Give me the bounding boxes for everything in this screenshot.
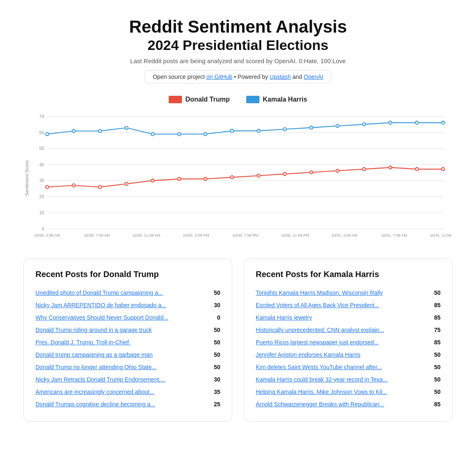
svg-text:10/31, 7:58 AM: 10/31, 7:58 AM (381, 233, 407, 237)
trump-post-row: Nicky Jam ARREPENTIDO de haber endosado … (35, 299, 220, 311)
trump-dot (336, 169, 339, 172)
harris-post-score: 85 (428, 302, 441, 308)
harris-dot (204, 133, 207, 135)
trump-post-link[interactable]: Donald Trumps cognitive decline becoming… (35, 401, 188, 408)
harris-dot (283, 128, 286, 131)
trump-dot (441, 168, 444, 171)
svg-text:10/30, 7:58 PM: 10/30, 7:58 PM (232, 233, 259, 237)
harris-dot (441, 121, 444, 124)
harris-post-row: Jennifer Aniston endorses Kamala Harris … (256, 348, 441, 361)
harris-post-row: Helping Kamala Harris, Mike Johnson Vows… (256, 386, 441, 398)
harris-post-link[interactable]: Kamala Harris jewelry (256, 314, 408, 321)
trump-post-link[interactable]: Donald Trump no longer attending Ohio St… (35, 364, 188, 370)
trump-post-link[interactable]: Unedited photo of Donald Trump campaigni… (35, 289, 188, 296)
harris-post-score: 85 (428, 314, 441, 321)
svg-text:10: 10 (39, 210, 44, 215)
chart-legend: Donald Trump Kamala Harris (24, 96, 452, 103)
trump-post-score: 50 (208, 339, 220, 346)
harris-dot (125, 126, 128, 129)
github-link[interactable]: on GitHub (206, 73, 232, 80)
trump-post-row: Donald trump campaigning as a garbage ma… (35, 348, 220, 361)
harris-post-link[interactable]: Kim deletes Saint Wests YouTube channel … (256, 364, 408, 370)
svg-text:40: 40 (39, 162, 44, 167)
trump-line (47, 168, 443, 187)
trump-post-link[interactable]: Pres. Donald J. Trump, Troll-in-Chief. (35, 339, 188, 346)
trump-post-score: 35 (208, 389, 220, 395)
harris-dot (363, 123, 365, 126)
trump-post-row: Donald Trumps cognitive decline becoming… (35, 398, 220, 410)
svg-text:10/30, 11:58 AM: 10/30, 11:58 AM (132, 233, 160, 237)
harris-dot (257, 130, 260, 133)
harris-post-score: 50 (428, 389, 441, 395)
harris-post-row: Historically unprecedented: CNN analyst … (256, 324, 441, 336)
trump-dot (178, 178, 181, 180)
badge: Open source project on GitHub • Powered … (145, 70, 331, 83)
harris-post-row: Tonights Kamala Harris Madison, Wisconsi… (256, 287, 441, 299)
harris-dot (336, 125, 339, 128)
harris-dot (98, 130, 101, 133)
badge-and: and (291, 73, 304, 80)
trump-post-link[interactable]: Donald Trump riding around in a garage t… (35, 327, 188, 333)
harris-posts-card: Recent Posts for Kamala Harris Tonights … (244, 258, 452, 422)
harris-legend: Kamala Harris (246, 96, 307, 103)
trump-posts-heading: Recent Posts for Donald Trump (35, 270, 220, 279)
trump-dot (310, 171, 313, 174)
trump-post-link[interactable]: Americans are increasingly concerned abo… (35, 389, 188, 395)
harris-post-row: Excited Voters of All Ages Back Vice Pre… (256, 299, 441, 311)
harris-dot (310, 126, 313, 129)
harris-post-row: Puerto Ricos largest newspaper just endo… (256, 336, 441, 348)
trump-post-score: 50 (208, 327, 220, 333)
chart-section: Donald Trump Kamala Harris Sentiment Sco… (24, 96, 452, 242)
svg-text:10/30, 3:58 PM: 10/30, 3:58 PM (183, 233, 209, 237)
trump-post-link[interactable]: Donald trump campaigning as a garbage ma… (35, 351, 188, 358)
svg-text:60: 60 (39, 130, 44, 135)
trump-dot (151, 179, 154, 182)
harris-post-link[interactable]: Jennifer Aniston endorses Kamala Harris (256, 351, 408, 358)
trump-post-row: Pres. Donald J. Trump, Troll-in-Chief. 5… (35, 336, 220, 348)
description: Last Reddit posts are being analyzed and… (24, 57, 452, 64)
trump-post-score: 50 (208, 364, 220, 370)
trump-dot (257, 174, 260, 177)
trump-legend-box (169, 96, 182, 103)
svg-text:20: 20 (39, 194, 44, 199)
svg-text:10/30, 11:58 PM: 10/30, 11:58 PM (281, 233, 309, 237)
badge-middle: • Powered by (232, 73, 270, 80)
trump-dot (231, 176, 233, 179)
harris-post-link[interactable]: Helping Kamala Harris, Mike Johnson Vows… (256, 389, 408, 395)
harris-post-row: Kim deletes Saint Wests YouTube channel … (256, 361, 441, 373)
harris-post-link[interactable]: Historically unprecedented: CNN analyst … (256, 327, 408, 333)
harris-dot (231, 130, 233, 133)
harris-post-link[interactable]: Tonights Kamala Harris Madison, Wisconsi… (256, 289, 408, 296)
harris-post-row: Kamala Harris could break 32-year record… (256, 373, 441, 386)
trump-post-score: 30 (208, 302, 220, 308)
trump-post-row: Donald Trump riding around in a garage t… (35, 324, 220, 336)
harris-dot (72, 130, 75, 133)
trump-post-link[interactable]: Nicky Jam ARREPENTIDO de haber endosado … (35, 302, 188, 308)
harris-post-link[interactable]: Excited Voters of All Ages Back Vice Pre… (256, 302, 408, 308)
svg-text:0: 0 (42, 227, 44, 232)
chart-container: Sentiment Score 0 10 20 30 40 50 60 (24, 110, 452, 242)
svg-text:10/31, 3:58 AM: 10/31, 3:58 AM (331, 233, 357, 237)
harris-post-link[interactable]: Kamala Harris could break 32-year record… (256, 376, 408, 383)
subtitle: 2024 Presidential Elections (24, 37, 452, 53)
badge-prefix: Open source project (153, 73, 206, 80)
harris-post-score: 50 (428, 289, 441, 296)
trump-post-link[interactable]: Nicky Jam Retracts Donald Trump Endorsem… (35, 376, 188, 383)
harris-post-score: 75 (428, 327, 441, 333)
harris-post-link[interactable]: Arnold Schwarzenegger Breaks with Republ… (256, 401, 408, 408)
svg-text:50: 50 (39, 146, 44, 151)
upstash-link[interactable]: Upstash (270, 73, 291, 80)
trump-dot (125, 183, 128, 185)
harris-post-row: Arnold Schwarzenegger Breaks with Republ… (256, 398, 441, 410)
svg-text:70: 70 (39, 114, 44, 119)
harris-post-link[interactable]: Puerto Ricos largest newspaper just endo… (256, 339, 408, 346)
openai-link[interactable]: OpenAI (304, 73, 323, 80)
line-chart: Sentiment Score 0 10 20 30 40 50 60 (24, 110, 452, 242)
trump-post-link[interactable]: Why Conservatives Should Never Support D… (35, 314, 188, 321)
harris-legend-label: Kamala Harris (263, 96, 307, 103)
trump-post-row: Americans are increasingly concerned abo… (35, 386, 220, 398)
trump-posts-list: Unedited photo of Donald Trump campaigni… (35, 287, 220, 410)
trump-post-row: Donald Trump no longer attending Ohio St… (35, 361, 220, 373)
svg-text:10/30, 7:58 AM: 10/30, 7:58 AM (84, 233, 110, 237)
svg-text:10/30, 3:58 AM: 10/30, 3:58 AM (34, 233, 60, 237)
